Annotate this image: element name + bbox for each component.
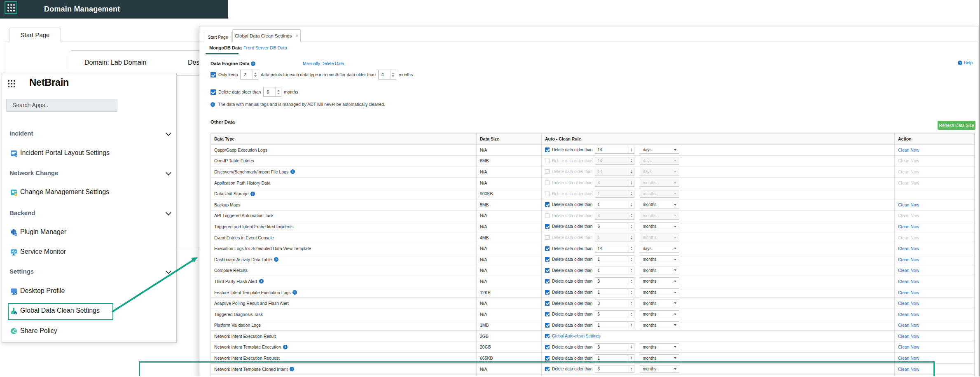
auto-clean-checkbox[interactable] — [545, 334, 550, 338]
older-than-value-stepper[interactable]: 6 — [595, 310, 634, 318]
auto-clean-checkbox[interactable] — [545, 169, 550, 174]
older-than-value-stepper[interactable]: 3 — [595, 365, 634, 373]
auto-clean-checkbox[interactable] — [545, 323, 550, 328]
time-unit-dropdown[interactable]: days — [640, 146, 679, 154]
tab-global-data-clean-settings[interactable]: Global Data Clean Settings× — [232, 29, 301, 42]
older-than-value-stepper[interactable]: 3 — [595, 300, 634, 307]
time-unit-dropdown[interactable]: months — [640, 288, 679, 296]
auto-clean-checkbox[interactable] — [545, 192, 550, 196]
auto-clean-checkbox[interactable] — [545, 159, 550, 163]
chevron-down-icon[interactable] — [166, 269, 171, 274]
older-than-value-stepper[interactable]: 1 — [595, 201, 634, 208]
search-apps-input[interactable]: Search Apps.. — [6, 99, 117, 112]
subtab-mongodb-data[interactable]: MongoDB Data — [209, 45, 242, 50]
older-than-value-stepper[interactable]: 3 — [595, 277, 634, 285]
older-than-stepper[interactable]: 4 — [378, 70, 396, 80]
info-icon[interactable]: i — [283, 345, 288, 349]
auto-clean-checkbox[interactable] — [545, 257, 550, 262]
time-unit-dropdown[interactable]: months — [640, 201, 679, 208]
older-than-value-stepper[interactable]: 14 — [595, 146, 634, 154]
app-launcher-icon[interactable] — [7, 4, 15, 12]
time-unit-dropdown[interactable]: months — [640, 255, 679, 263]
chevron-down-icon[interactable] — [166, 210, 171, 215]
clean-now-link[interactable]: Clean Now — [898, 148, 919, 152]
auto-clean-checkbox[interactable] — [545, 213, 550, 218]
info-icon[interactable]: i — [292, 290, 297, 295]
older-than-value-stepper[interactable]: 1 — [595, 267, 634, 274]
chevron-down-icon[interactable] — [166, 170, 171, 175]
time-unit-dropdown[interactable]: months — [640, 343, 679, 351]
auto-clean-checkbox[interactable] — [545, 301, 550, 306]
time-unit-dropdown[interactable]: months — [640, 277, 679, 285]
time-unit-dropdown[interactable]: months — [640, 365, 679, 373]
menu-item-change-management-settings[interactable]: Change Management Settings — [10, 187, 109, 197]
clean-now-link[interactable]: Clean Now — [898, 323, 919, 328]
time-unit-dropdown[interactable]: months — [640, 354, 679, 362]
info-icon[interactable]: i — [290, 169, 295, 174]
clean-now-link[interactable]: Clean Now — [898, 290, 919, 295]
info-icon[interactable]: i — [274, 257, 278, 262]
menu-item-service-monitor[interactable]: Service Monitor — [10, 246, 66, 257]
close-tab-icon[interactable]: × — [295, 33, 298, 39]
auto-clean-checkbox[interactable] — [545, 312, 550, 316]
time-unit-dropdown[interactable]: months — [640, 267, 679, 274]
menu-item-share-policy[interactable]: Share Policy — [10, 325, 57, 336]
auto-clean-checkbox[interactable] — [545, 180, 550, 185]
older-than-value-stepper[interactable]: 14 — [595, 245, 634, 253]
delete-older-stepper[interactable]: 6 — [263, 87, 281, 97]
auto-clean-checkbox[interactable] — [545, 279, 550, 283]
refresh-data-size-button[interactable]: Refresh Data Size — [938, 121, 975, 130]
auto-clean-checkbox[interactable] — [545, 202, 550, 207]
older-than-value-stepper[interactable]: 1 — [595, 321, 634, 329]
clean-now-link[interactable]: Clean Now — [898, 246, 919, 251]
auto-clean-checkbox[interactable] — [545, 224, 550, 229]
launcher-grid-icon[interactable] — [8, 80, 15, 87]
auto-clean-checkbox[interactable] — [545, 246, 550, 251]
auto-clean-checkbox[interactable] — [545, 268, 550, 273]
info-icon[interactable]: i — [259, 279, 264, 283]
time-unit-dropdown[interactable]: months — [640, 300, 679, 307]
help-link[interactable]: ?Help — [958, 60, 973, 65]
clean-now-link[interactable]: Clean Now — [898, 344, 919, 349]
clean-now-link[interactable]: Clean Now — [898, 268, 919, 273]
info-icon[interactable]: i — [290, 367, 294, 371]
menu-item-desktop-profile[interactable]: Desktop Profile — [10, 286, 65, 296]
launcher-section-incident[interactable]: Incident — [9, 128, 33, 138]
time-unit-dropdown[interactable]: months — [640, 310, 679, 318]
clean-now-link[interactable]: Clean Now — [898, 224, 919, 229]
auto-clean-checkbox[interactable] — [545, 356, 550, 361]
clean-now-link[interactable]: Clean Now — [898, 356, 919, 361]
auto-clean-checkbox[interactable] — [545, 290, 550, 295]
time-unit-dropdown[interactable]: days — [640, 245, 679, 253]
clean-now-link[interactable]: Clean Now — [898, 301, 919, 306]
tab-start-page[interactable]: Start Page — [204, 32, 232, 42]
auto-clean-checkbox[interactable] — [545, 235, 550, 240]
manually-delete-data-link[interactable]: Manually Delete Data — [303, 61, 344, 66]
clean-now-link[interactable]: Clean Now — [898, 202, 919, 207]
global-auto-clean-settings-link[interactable]: Global Auto-clean Settings — [552, 334, 601, 338]
chevron-down-icon[interactable] — [166, 131, 171, 136]
keep-points-stepper[interactable]: 2 — [240, 70, 258, 80]
menu-item-plugin-manager[interactable]: Plugin Manager — [10, 227, 66, 237]
clean-now-link[interactable]: Clean Now — [898, 367, 919, 372]
clean-now-link[interactable]: Clean Now — [898, 279, 919, 284]
clean-now-link[interactable]: Clean Now — [898, 257, 919, 262]
time-unit-dropdown[interactable]: months — [640, 222, 679, 230]
launcher-section-network-change[interactable]: Network Change — [9, 167, 58, 178]
launcher-section-backend[interactable]: Backend — [9, 207, 35, 218]
auto-clean-checkbox[interactable] — [545, 367, 550, 371]
subtab-front-server-db-data[interactable]: Front Server DB Data — [243, 45, 287, 50]
older-than-value-stepper[interactable]: 1 — [595, 354, 634, 362]
auto-clean-checkbox[interactable] — [545, 345, 550, 349]
time-unit-dropdown[interactable]: months — [640, 321, 679, 329]
launcher-section-settings[interactable]: Settings — [9, 266, 34, 276]
delete-older-checkbox[interactable] — [211, 89, 216, 95]
older-than-value-stepper[interactable]: 6 — [595, 222, 634, 230]
clean-now-link[interactable]: Clean Now — [898, 334, 919, 339]
older-than-value-stepper[interactable]: 3 — [595, 343, 634, 351]
clean-now-link[interactable]: Clean Now — [898, 312, 919, 317]
info-icon[interactable]: i — [250, 192, 255, 196]
menu-item-incident-portal-layout-settings[interactable]: Incident Portal Layout Settings — [10, 148, 110, 158]
only-keep-checkbox[interactable] — [211, 72, 216, 77]
older-than-value-stepper[interactable]: 1 — [595, 255, 634, 263]
